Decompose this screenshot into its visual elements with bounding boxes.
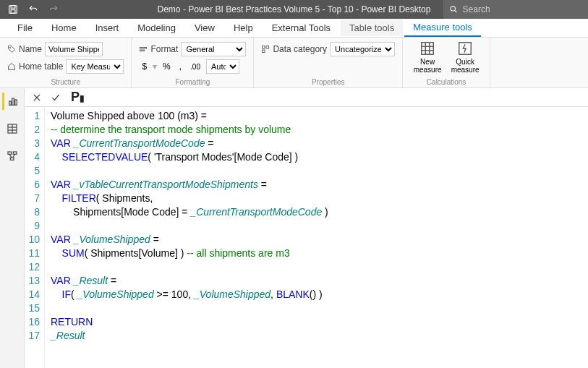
svg-rect-18: [12, 98, 14, 105]
svg-rect-17: [9, 101, 12, 105]
redo-icon[interactable]: [46, 2, 61, 17]
tab-table-tools[interactable]: Table tools: [341, 20, 403, 36]
svg-point-5: [9, 47, 11, 48]
window-title: Demo - Power BI Best Practices Volume 5 …: [158, 4, 431, 14]
currency-button[interactable]: $: [139, 60, 150, 73]
tab-help[interactable]: Help: [225, 20, 262, 36]
home-table-select[interactable]: Key Measures: [66, 59, 124, 74]
table-icon: [7, 123, 18, 134]
search-box[interactable]: [443, 0, 588, 19]
decimals-icon[interactable]: .00: [187, 61, 203, 72]
ribbon: Name Home table Key Measures Structure F…: [0, 38, 588, 88]
tab-insert[interactable]: Insert: [87, 20, 128, 36]
titlebar: Demo - Power BI Best Practices Volume 5 …: [0, 0, 588, 19]
report-view-button[interactable]: [2, 93, 20, 110]
dax-editor[interactable]: 1234567891011121314151617 Volume Shipped…: [25, 107, 588, 368]
group-label-structure: Structure: [7, 77, 124, 87]
svg-rect-11: [422, 43, 434, 55]
quick-measure-button[interactable]: Quick measure: [448, 40, 482, 74]
ribbon-tabs: File Home Insert Modeling View Help Exte…: [0, 19, 588, 38]
tab-home[interactable]: Home: [43, 20, 85, 36]
undo-icon[interactable]: [26, 2, 41, 17]
brand-fragment: P▮: [71, 90, 85, 105]
home-icon: [7, 62, 16, 71]
formula-editor: P▮ 1234567891011121314151617 Volume Ship…: [25, 88, 588, 368]
x-icon: [32, 93, 42, 103]
format-label: Format: [139, 44, 178, 54]
svg-line-27: [9, 154, 12, 158]
ribbon-group-properties: Data category Uncategorized Properties: [254, 38, 403, 87]
svg-line-28: [12, 154, 14, 158]
svg-rect-2: [11, 10, 15, 14]
code-lines[interactable]: Volume Shipped above 100 (m3) =-- determ…: [45, 107, 328, 368]
tab-external-tools[interactable]: External Tools: [263, 20, 339, 36]
data-view-button[interactable]: [4, 120, 21, 137]
measure-name-input[interactable]: [45, 42, 103, 56]
svg-rect-19: [15, 100, 17, 105]
data-category-label: Data category: [261, 44, 327, 54]
svg-rect-7: [140, 50, 145, 51]
group-label-formatting: Formatting: [139, 77, 246, 87]
percent-button[interactable]: %: [160, 60, 174, 73]
ribbon-group-formatting: Format General $ ▾ % , .00 Auto Formatti…: [132, 38, 254, 87]
svg-rect-9: [266, 46, 269, 49]
name-label: Name: [7, 44, 42, 54]
tab-file[interactable]: File: [9, 20, 41, 36]
view-rail: [0, 88, 25, 368]
check-icon: [51, 93, 61, 103]
group-label-properties: Properties: [261, 77, 395, 87]
search-input[interactable]: [463, 4, 582, 14]
cancel-formula-button[interactable]: [29, 90, 45, 106]
new-measure-button[interactable]: New measure: [410, 40, 445, 74]
formula-toolbar: P▮: [25, 88, 588, 107]
svg-rect-24: [8, 152, 12, 154]
group-label-calculations: Calculations: [410, 77, 482, 87]
svg-point-3: [451, 7, 455, 11]
search-icon: [449, 4, 459, 14]
svg-rect-25: [13, 152, 17, 154]
tab-modeling[interactable]: Modeling: [129, 20, 184, 36]
svg-rect-6: [140, 48, 147, 49]
model-icon: [7, 150, 18, 162]
svg-rect-10: [263, 50, 265, 53]
ribbon-group-calculations: New measure Quick measure Calculations: [403, 38, 490, 87]
new-measure-icon: [419, 40, 435, 56]
line-gutter: 1234567891011121314151617: [25, 107, 45, 368]
format-select[interactable]: General: [181, 42, 246, 56]
svg-rect-8: [263, 46, 265, 49]
ribbon-group-structure: Name Home table Key Measures Structure: [0, 38, 132, 87]
svg-rect-1: [11, 6, 15, 9]
home-table-label: Home table: [7, 61, 63, 72]
tab-measure-tools[interactable]: Measure tools: [404, 19, 481, 37]
svg-line-4: [455, 10, 457, 12]
tag-icon: [7, 45, 16, 54]
svg-rect-26: [10, 158, 14, 160]
model-view-button[interactable]: [4, 147, 21, 165]
decimals-select[interactable]: Auto: [206, 59, 239, 74]
format-icon: [139, 45, 148, 54]
workspace: P▮ 1234567891011121314151617 Volume Ship…: [0, 88, 588, 368]
tab-view[interactable]: View: [186, 20, 223, 36]
data-category-select[interactable]: Uncategorized: [330, 42, 395, 56]
thousands-button[interactable]: ,: [176, 60, 184, 73]
category-icon: [261, 45, 270, 54]
quick-measure-icon: [457, 40, 473, 56]
commit-formula-button[interactable]: [48, 90, 64, 106]
bar-chart-icon: [7, 95, 19, 107]
save-icon[interactable]: [6, 2, 20, 17]
